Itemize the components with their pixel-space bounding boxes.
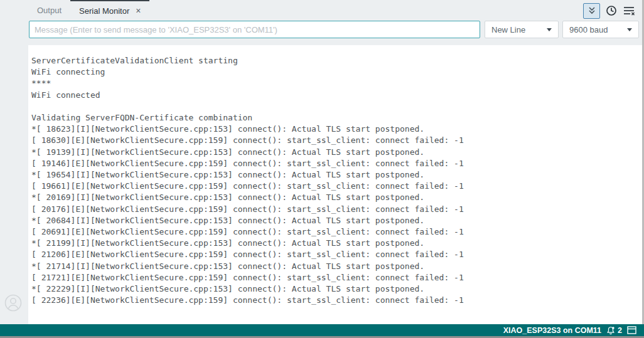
board-port-label: XIAO_ESP32S3 on COM11 xyxy=(503,326,601,335)
serial-monitor-output[interactable]: ServerCertificateValidationClient starti… xyxy=(28,45,641,324)
panel-tab-bar: Output Serial Monitor × xyxy=(28,0,644,20)
console-line: *[ 21199][I][NetworkClientSecure.cpp:153… xyxy=(31,238,641,249)
chevron-down-icon xyxy=(627,28,632,31)
console-line: *[ 18623][I][NetworkClientSecure.cpp:153… xyxy=(31,124,641,135)
clear-output-icon xyxy=(623,5,635,16)
console-line: [ 22236][E][NetworkClientSecure.cpp:159]… xyxy=(31,295,641,306)
console-line: *[ 20684][I][NetworkClientSecure.cpp:153… xyxy=(31,215,641,226)
close-icon[interactable]: × xyxy=(136,6,141,16)
tab-output-label: Output xyxy=(37,6,62,15)
autoscroll-toggle-button[interactable] xyxy=(583,3,600,19)
console-line: [ 21206][E][NetworkClientSecure.cpp:159]… xyxy=(31,249,641,260)
status-bar: XIAO_ESP32S3 on COM11 2 xyxy=(0,324,644,336)
console-line: [ 18630][E][NetworkClientSecure.cpp:159]… xyxy=(31,135,641,146)
line-ending-value: New Line xyxy=(491,25,525,34)
console-line xyxy=(31,101,641,112)
clock-icon xyxy=(606,5,617,16)
panel-layout-icon xyxy=(627,326,636,334)
console-line: Validating ServerFQDN-Certificate combin… xyxy=(31,112,641,124)
console-line: *[ 19654][I][NetworkClientSecure.cpp:153… xyxy=(31,169,641,181)
console-line: ServerCertificateValidationClient starti… xyxy=(31,55,641,66)
console-line: *[ 21714][I][NetworkClientSecure.cpp:153… xyxy=(31,261,641,272)
line-ending-dropdown[interactable]: New Line xyxy=(485,21,559,38)
serial-monitor-controls xyxy=(583,2,635,19)
tab-serial-monitor-label: Serial Monitor xyxy=(79,6,129,16)
double-chevron-down-icon xyxy=(587,6,597,16)
console-line: *[ 20169][I][NetworkClientSecure.cpp:153… xyxy=(31,192,641,203)
left-activity-gutter xyxy=(0,0,28,324)
message-input-row: New Line 9600 baud xyxy=(28,20,644,40)
toggle-panel-button[interactable] xyxy=(627,326,636,334)
baud-rate-dropdown[interactable]: 9600 baud xyxy=(562,21,639,38)
console-line: [ 19146][E][NetworkClientSecure.cpp:159]… xyxy=(31,158,641,169)
bottom-panel-header: Output Serial Monitor × xyxy=(28,0,644,45)
clear-output-button[interactable] xyxy=(623,5,635,16)
console-line: [ 20691][E][NetworkClientSecure.cpp:159]… xyxy=(31,226,641,238)
timestamp-toggle-button[interactable] xyxy=(606,5,617,16)
tab-serial-monitor[interactable]: Serial Monitor × xyxy=(70,0,149,20)
notification-count: 2 xyxy=(618,326,622,335)
notifications-status[interactable]: 2 xyxy=(606,326,622,335)
baud-rate-value: 9600 baud xyxy=(569,25,608,34)
console-line: WiFi connecting xyxy=(31,66,641,78)
console-line: [ 19661][E][NetworkClientSecure.cpp:159]… xyxy=(31,181,641,192)
console-line: *[ 19139][I][NetworkClientSecure.cpp:153… xyxy=(31,147,641,158)
console-line: [ 21721][E][NetworkClientSecure.cpp:159]… xyxy=(31,272,641,283)
chevron-down-icon xyxy=(547,28,552,31)
board-port-status[interactable]: XIAO_ESP32S3 on COM11 xyxy=(503,326,601,335)
console-line: WiFi connected xyxy=(31,90,641,101)
console-line: *[ 22229][I][NetworkClientSecure.cpp:153… xyxy=(31,283,641,295)
console-line: [ 20176][E][NetworkClientSecure.cpp:159]… xyxy=(31,204,641,215)
serial-message-input[interactable] xyxy=(29,21,480,38)
console-line: **** xyxy=(31,78,641,89)
tab-output[interactable]: Output xyxy=(28,0,70,20)
bell-icon xyxy=(606,326,615,335)
account-icon[interactable] xyxy=(4,293,23,312)
